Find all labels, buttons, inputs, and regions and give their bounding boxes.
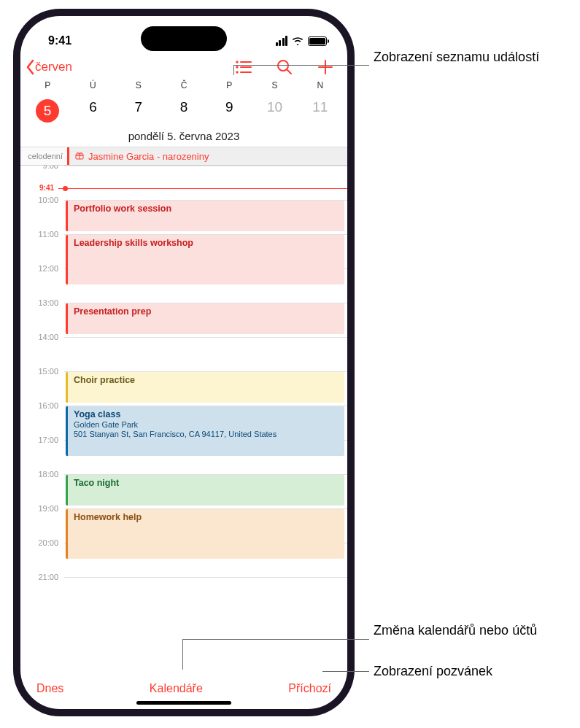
calendar-event[interactable]: Portfolio work session bbox=[66, 201, 344, 231]
svg-point-4 bbox=[236, 71, 238, 73]
event-title: Portfolio work session bbox=[74, 204, 339, 214]
nav-bar: červen bbox=[20, 55, 347, 80]
day-cell[interactable]: 10 bbox=[252, 95, 297, 128]
time-row: 21:00 bbox=[20, 577, 347, 611]
calendar-event[interactable]: Choir practice bbox=[66, 372, 344, 403]
now-time-label: 9:41 bbox=[39, 184, 54, 192]
hour-line bbox=[64, 166, 347, 200]
weekday-label: Č bbox=[161, 80, 206, 95]
callout-listview: Zobrazení seznamu událostí bbox=[374, 48, 571, 66]
time-row: 9:00 bbox=[20, 166, 347, 200]
callout-line bbox=[322, 671, 369, 672]
time-label: 19:00 bbox=[20, 504, 64, 538]
day-cell[interactable]: 5 bbox=[25, 95, 70, 128]
calendar-event[interactable]: Homework help bbox=[66, 509, 344, 559]
allday-row: celodenní Jasmine Garcia - narozeniny bbox=[20, 147, 347, 166]
callout-invites: Zobrazení pozvánek bbox=[374, 662, 571, 680]
allday-event[interactable]: Jasmine Garcia - narozeniny bbox=[67, 147, 347, 165]
event-title: Choir practice bbox=[74, 375, 339, 386]
plus-icon bbox=[317, 59, 333, 75]
inbox-button[interactable]: Příchozí bbox=[288, 682, 331, 695]
day-cell[interactable]: 9 bbox=[206, 95, 252, 128]
time-label: 10:00 bbox=[20, 195, 64, 230]
event-title: Homework help bbox=[74, 512, 339, 523]
callout-calendars: Změna kalendářů nebo účtů bbox=[374, 621, 571, 639]
callout-line bbox=[182, 639, 369, 640]
callout-line bbox=[233, 65, 369, 66]
event-address: 501 Stanyan St, San Francisco, CA 94117,… bbox=[74, 430, 339, 439]
calendar-event[interactable]: Presentation prep bbox=[66, 303, 344, 334]
svg-point-2 bbox=[236, 66, 238, 68]
battery-icon bbox=[308, 36, 327, 46]
time-label: 17:00 bbox=[20, 435, 64, 470]
gift-icon bbox=[75, 151, 84, 162]
time-label: 11:00 bbox=[20, 230, 64, 264]
list-view-button[interactable] bbox=[235, 58, 252, 76]
week-header: P Ú S Č P S N 5 6 7 8 9 10 11 bbox=[20, 80, 347, 128]
event-location: Golden Gate Park bbox=[74, 420, 339, 430]
status-time: 9:41 bbox=[48, 34, 71, 47]
search-button[interactable] bbox=[276, 58, 293, 76]
day-cell[interactable]: 7 bbox=[116, 95, 161, 128]
svg-line-7 bbox=[287, 70, 292, 74]
callout-line bbox=[233, 65, 234, 75]
timeline[interactable]: 9:41 9:0010:0011:0012:0013:0014:0015:001… bbox=[20, 166, 347, 673]
calendar-event[interactable]: Taco night bbox=[66, 475, 344, 506]
weekday-label: N bbox=[298, 80, 343, 95]
hour-line bbox=[64, 577, 347, 611]
back-button[interactable]: červen bbox=[25, 59, 72, 75]
weekday-label: S bbox=[252, 80, 297, 95]
event-title: Leadership skills workshop bbox=[74, 238, 339, 249]
weekday-label: S bbox=[116, 80, 161, 95]
hour-line bbox=[64, 337, 347, 371]
weekday-label: Ú bbox=[70, 80, 115, 95]
list-icon bbox=[235, 60, 252, 74]
back-label: červen bbox=[35, 60, 72, 74]
now-indicator-line bbox=[58, 188, 347, 189]
allday-label: celodenní bbox=[20, 147, 67, 165]
callout-line bbox=[182, 639, 183, 670]
time-label: 18:00 bbox=[20, 470, 64, 504]
day-cell[interactable]: 6 bbox=[70, 95, 115, 128]
day-cell[interactable]: 11 bbox=[298, 95, 343, 128]
weeknum-row: 5 6 7 8 9 10 11 bbox=[25, 95, 343, 128]
today-button[interactable]: Dnes bbox=[36, 682, 63, 695]
chevron-left-icon bbox=[25, 59, 35, 75]
event-title: Presentation prep bbox=[74, 306, 339, 317]
weekday-label: P bbox=[206, 80, 252, 95]
time-label: 12:00 bbox=[20, 264, 64, 298]
event-title: Taco night bbox=[74, 478, 339, 489]
time-label: 14:00 bbox=[20, 333, 64, 367]
calendar-event[interactable]: Yoga classGolden Gate Park501 Stanyan St… bbox=[66, 406, 344, 456]
weekday-row: P Ú S Č P S N bbox=[25, 80, 343, 95]
time-label: 20:00 bbox=[20, 538, 64, 573]
day-cell[interactable]: 8 bbox=[161, 95, 206, 128]
event-title: Yoga class bbox=[74, 409, 339, 420]
allday-event-title: Jasmine Garcia - narozeniny bbox=[88, 151, 209, 162]
status-right bbox=[276, 36, 328, 46]
bottom-toolbar: Dnes Kalendáře Příchozí bbox=[20, 673, 347, 701]
time-row: 14:00 bbox=[20, 337, 347, 371]
cellular-signal-icon bbox=[276, 36, 288, 46]
calendars-button[interactable]: Kalendáře bbox=[150, 682, 203, 695]
add-button[interactable] bbox=[317, 58, 334, 76]
weekday-label: P bbox=[25, 80, 70, 95]
calendar-event[interactable]: Leadership skills workshop bbox=[66, 235, 344, 284]
home-indicator[interactable] bbox=[136, 701, 231, 705]
svg-point-0 bbox=[236, 61, 238, 63]
dynamic-island bbox=[141, 26, 227, 51]
wifi-icon bbox=[292, 36, 303, 45]
time-label: 13:00 bbox=[20, 298, 64, 333]
search-icon bbox=[277, 59, 293, 75]
date-label: pondělí 5. června 2023 bbox=[20, 128, 347, 147]
time-label: 15:00 bbox=[20, 367, 64, 401]
time-label: 21:00 bbox=[20, 573, 64, 607]
time-label: 16:00 bbox=[20, 401, 64, 435]
